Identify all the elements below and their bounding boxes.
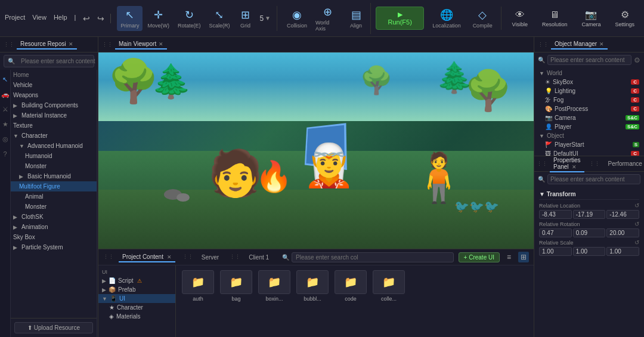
obj-defaultui[interactable]: 🖼 DefaultUI C xyxy=(534,149,644,156)
scale-x[interactable] xyxy=(539,247,572,256)
menu-project[interactable]: Project xyxy=(5,14,25,23)
primary-tool-btn[interactable]: ↖ Primary xyxy=(117,6,143,31)
tree-item-monster1[interactable]: Monster xyxy=(11,161,97,171)
file-colle[interactable]: 📁 colle... xyxy=(371,270,406,302)
resource-repo-tab[interactable]: Resource Reposi ✕ xyxy=(17,39,77,50)
tree-item-material[interactable]: ▶ Material Instance xyxy=(11,110,97,120)
rotation-reset[interactable]: ↺ xyxy=(634,221,639,227)
align-btn[interactable]: ▤ Align xyxy=(345,6,367,31)
obj-search-input[interactable] xyxy=(547,55,631,65)
weapons-icon[interactable]: ⚔ xyxy=(1,104,10,115)
world-axis-btn[interactable]: ⊕ World Axis xyxy=(312,3,344,34)
create-ui-btn[interactable]: + Create UI xyxy=(459,252,500,262)
menu-view[interactable]: View xyxy=(32,14,47,23)
help-icon[interactable]: ? xyxy=(2,149,8,159)
location-reset[interactable]: ↺ xyxy=(634,202,639,209)
viewport-close[interactable]: ✕ xyxy=(159,41,163,47)
tree-item-home[interactable]: Home xyxy=(11,70,97,80)
obj-filter-icon[interactable]: ⚙ xyxy=(634,56,640,64)
obj-lighting[interactable]: 💡 Lighting C xyxy=(534,86,644,95)
tree-item-skybox-res[interactable]: Sky Box xyxy=(11,232,97,242)
viewport-scene[interactable]: 🌳 🌲 🌳 🌲 🌳 🔥 🧑 🧝 🧍 🐦🐦🐦 xyxy=(98,52,534,249)
ui-folder[interactable]: ▼📱UI xyxy=(98,294,175,303)
localization-btn[interactable]: 🌐 Localization xyxy=(429,6,464,31)
vehicle-icon[interactable]: 🚗 xyxy=(0,89,11,100)
file-bag[interactable]: 📁 bag xyxy=(219,270,253,302)
project-content-tab[interactable]: Project Content ✕ xyxy=(119,252,175,262)
materials-folder[interactable]: ◈Materials xyxy=(98,312,175,321)
obj-skybox[interactable]: ☀ SkyBox C xyxy=(534,78,644,86)
tree-item-clothsk[interactable]: ▶ ClothSK xyxy=(11,212,97,222)
obj-fog[interactable]: 🌫 Fog C xyxy=(534,95,644,104)
file-auth[interactable]: 📁 auth xyxy=(181,270,215,302)
obj-manager-close[interactable]: ✕ xyxy=(599,41,604,47)
tree-item-basic-humanoid[interactable]: ▶ Basic Humanoid xyxy=(11,171,97,181)
scale-dropdown-icon[interactable]: ▼ xyxy=(265,15,271,21)
scale-tool-btn[interactable]: ⤡ Scale(R) xyxy=(205,6,233,31)
tree-item-particle[interactable]: ▶ Particle System xyxy=(11,242,97,252)
search-icon-side[interactable]: ◎ xyxy=(1,134,10,144)
rotation-z[interactable] xyxy=(606,228,639,237)
favorites-icon[interactable]: ★ xyxy=(1,119,10,129)
run-btn[interactable]: ▶ Run(F5) xyxy=(376,7,424,30)
tree-item-monster2[interactable]: Monster xyxy=(11,202,97,212)
transform-arrow[interactable]: ▼ xyxy=(539,191,547,197)
props-search-input[interactable] xyxy=(547,174,640,184)
obj-postprocess[interactable]: 🎨 PostProcess C xyxy=(534,104,644,113)
tree-item-animation[interactable]: ▶ Animation xyxy=(11,222,97,232)
undo-btn[interactable]: ↩ xyxy=(83,14,90,23)
resolution-btn[interactable]: 🖥 Resolution xyxy=(537,7,572,30)
redo-btn[interactable]: ↪ xyxy=(97,14,104,23)
obj-playerstart[interactable]: 🚩 PlayerStart S xyxy=(534,140,644,149)
menu-help[interactable]: Help xyxy=(54,14,67,23)
rotate-tool-btn[interactable]: ↻ Rotate(E) xyxy=(174,6,205,31)
scale-y[interactable] xyxy=(573,247,606,256)
obj-player[interactable]: 👤 Player S&C xyxy=(534,122,644,131)
properties-tab[interactable]: Properties Panel ✕ xyxy=(550,156,584,172)
tree-item-animal[interactable]: Animal xyxy=(11,191,97,202)
properties-close[interactable]: ✕ xyxy=(572,164,577,170)
object-section-header[interactable]: ▼ Object xyxy=(534,131,644,140)
location-y[interactable] xyxy=(573,210,606,219)
home-icon[interactable]: ↖ xyxy=(1,75,9,85)
tree-item-texture[interactable]: Texture xyxy=(11,120,97,131)
file-boxing[interactable]: 📁 boxin... xyxy=(257,270,292,302)
list-view-btn[interactable]: ≡ xyxy=(504,252,513,262)
prefab-folder[interactable]: ▶📦Prefab xyxy=(98,285,175,294)
tree-item-weapons[interactable]: Weapons xyxy=(11,90,97,100)
location-z[interactable] xyxy=(606,210,639,219)
obj-camera[interactable]: 📷 Camera S&C xyxy=(534,113,644,122)
viewport-tab[interactable]: Main Viewport ✕ xyxy=(115,39,167,50)
server-tab[interactable]: Server xyxy=(198,253,222,262)
settings-btn[interactable]: ⚙ Settings xyxy=(610,7,639,30)
file-bubble[interactable]: 📁 bubbl... xyxy=(295,270,330,302)
tree-item-character[interactable]: ▼ Character xyxy=(11,131,97,141)
character-folder[interactable]: ★Character xyxy=(98,303,175,312)
tree-item-adv-humanoid[interactable]: ▼ Advanced Humanoid xyxy=(11,141,97,151)
upload-resource-btn[interactable]: ⬆ Upload Resource xyxy=(14,322,93,333)
tree-item-building[interactable]: ▶ Building Components xyxy=(11,100,97,110)
tree-item-humanoid[interactable]: Humanoid xyxy=(11,151,97,161)
project-content-close[interactable]: ✕ xyxy=(167,254,172,260)
tree-item-vehicle[interactable]: Vehicle xyxy=(11,80,97,90)
resource-search-input[interactable] xyxy=(17,57,100,66)
scale-reset[interactable]: ↺ xyxy=(634,239,639,246)
rotation-x[interactable] xyxy=(539,228,572,237)
compile-btn[interactable]: ◇ Compile xyxy=(469,6,496,31)
collision-btn[interactable]: ◉ Collision xyxy=(283,6,311,31)
file-code[interactable]: 📁 code xyxy=(333,270,368,302)
world-section-header[interactable]: ▼ World xyxy=(534,69,644,78)
project-search-input[interactable] xyxy=(292,252,453,262)
performance-tab[interactable]: Performance xyxy=(605,159,644,168)
rotation-y[interactable] xyxy=(573,228,606,237)
obj-manager-tab[interactable]: Object Manager ✕ xyxy=(551,39,608,50)
client-tab[interactable]: Client 1 xyxy=(245,253,273,262)
tree-item-multifoot[interactable]: Multifoot Figure xyxy=(11,181,97,191)
resource-repo-close[interactable]: ✕ xyxy=(69,41,73,47)
move-tool-btn[interactable]: ✛ Move(W) xyxy=(144,6,173,31)
script-folder[interactable]: ▶📄Script⚠ xyxy=(98,276,175,285)
grid-tool-btn[interactable]: ⊞ Grid xyxy=(234,6,256,31)
grid-view-btn[interactable]: ⊞ xyxy=(518,252,529,262)
visible-btn[interactable]: 👁 Visible xyxy=(507,7,532,30)
scale-z[interactable] xyxy=(606,247,639,256)
